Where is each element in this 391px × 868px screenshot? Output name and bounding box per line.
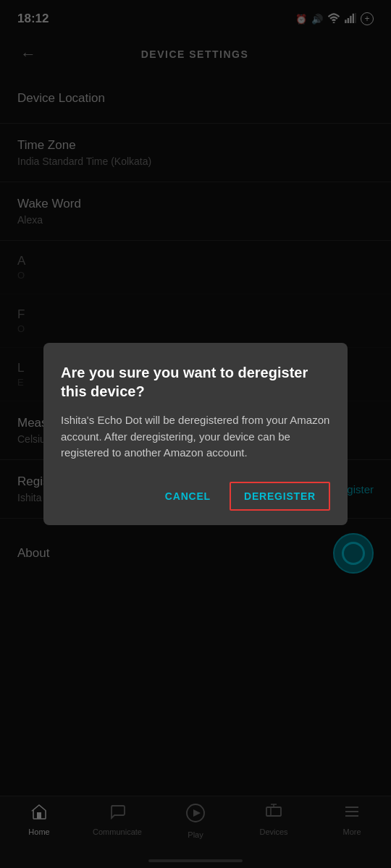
cancel-button[interactable]: CANCEL [152,483,224,509]
modal-body: Ishita's Echo Dot will be deregistered f… [61,412,330,461]
modal-overlay: Are you sure you want to deregister this… [0,0,391,868]
modal-title: Are you sure you want to deregister this… [61,363,330,401]
deregister-button[interactable]: DEREGISTER [230,482,330,511]
modal-actions: CANCEL DEREGISTER [61,482,330,511]
modal-dialog: Are you sure you want to deregister this… [43,343,348,525]
